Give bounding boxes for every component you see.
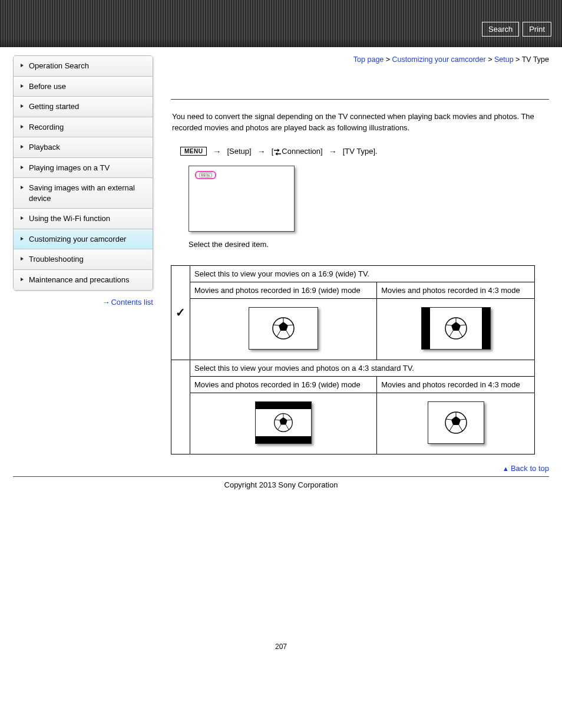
menu-tiny-label: MENU [199, 173, 212, 177]
print-button[interactable]: Print [523, 22, 551, 37]
breadcrumb-sep: > [386, 55, 390, 64]
sidebar-item-troubleshooting[interactable]: Troubleshooting [14, 249, 153, 270]
arrow-right-icon: → [329, 147, 337, 156]
breadcrumb-top[interactable]: Top page [353, 55, 384, 64]
path-setup: [Setup] [227, 147, 251, 156]
col-header-16-9: Movies and photos recorded in 16:9 (wide… [190, 282, 377, 298]
contents-list-link[interactable]: →Contents list [13, 298, 153, 307]
menu-path: MENU → [Setup] → [Connection] → [TV Type… [171, 147, 549, 156]
breadcrumb-sep: > [488, 55, 492, 64]
sidebar-item-operation-search[interactable]: Operation Search [14, 56, 153, 77]
sidebar: Operation Search Before use Getting star… [13, 55, 153, 454]
select-desired-text: Select the desired item. [171, 240, 549, 249]
sidebar-item-wifi[interactable]: Using the Wi-Fi function [14, 209, 153, 229]
divider [171, 99, 549, 100]
options-table: ✓ Select this to view your movies on a 1… [171, 265, 535, 454]
search-button[interactable]: Search [482, 22, 519, 37]
breadcrumb-setup[interactable]: Setup [494, 55, 514, 64]
arrow-right-icon: → [213, 147, 221, 156]
col-header-16-9: Movies and photos recorded in 16:9 (wide… [190, 376, 377, 393]
path-connection: [Connection] [272, 147, 323, 156]
sidebar-item-customizing[interactable]: Customizing your camcorder [14, 229, 153, 250]
page-number: 207 [0, 643, 562, 651]
breadcrumb-current: TV Type [522, 55, 549, 64]
copyright: Copyright 2013 Sony Corporation [0, 480, 562, 489]
soccer-ball-icon [444, 317, 468, 340]
breadcrumb-customizing[interactable]: Customizing your camcorder [392, 55, 486, 64]
path-tvtype: [TV Type]. [343, 147, 378, 156]
nav-list: Operation Search Before use Getting star… [13, 55, 153, 291]
col-header-4-3: Movies and photos recorded in 4:3 mode [377, 376, 535, 393]
sidebar-item-playing-on-tv[interactable]: Playing images on a TV [14, 158, 153, 179]
menu-highlight: MENU [195, 171, 216, 179]
arrow-right-icon: → [257, 147, 266, 156]
back-to-top-link[interactable]: Back to top [511, 464, 549, 473]
soccer-ball-icon [273, 413, 293, 433]
header-banner: Search Print [0, 0, 562, 47]
main-content: Top page > Customizing your camcorder > … [171, 55, 549, 454]
triangle-up-icon: ▲ [503, 465, 509, 472]
intro-text: You need to convert the signal depending… [171, 111, 549, 134]
arrow-right-icon: → [102, 298, 110, 307]
sidebar-item-recording[interactable]: Recording [14, 117, 153, 138]
lcd-illustration: MENU [189, 166, 295, 232]
thumb-16-9-on-std [190, 393, 377, 454]
menu-icon: MENU [180, 147, 207, 156]
thumb-4-3-on-std [377, 393, 535, 454]
option-4-3-desc: Select this to view your movies and phot… [190, 360, 535, 376]
option-4-3-blank [171, 360, 190, 454]
option-16-9-desc: Select this to view your movies on a 16:… [190, 265, 535, 282]
soccer-ball-icon [444, 411, 468, 434]
thumb-16-9-on-wide [190, 298, 377, 360]
footer-divider [13, 476, 549, 477]
breadcrumb-sep: > [515, 55, 520, 64]
contents-list-label: Contents list [111, 298, 153, 307]
soccer-ball-icon [272, 317, 295, 340]
col-header-4-3: Movies and photos recorded in 4:3 mode [377, 282, 535, 298]
sidebar-item-before-use[interactable]: Before use [14, 77, 153, 97]
option-default-check: ✓ [171, 265, 190, 360]
sidebar-item-saving-external[interactable]: Saving images with an external device [14, 178, 153, 209]
sidebar-item-maintenance[interactable]: Maintenance and precautions [14, 270, 153, 290]
sidebar-item-getting-started[interactable]: Getting started [14, 97, 153, 117]
connection-icon [273, 149, 282, 156]
sidebar-item-playback[interactable]: Playback [14, 137, 153, 158]
breadcrumb: Top page > Customizing your camcorder > … [171, 55, 549, 64]
thumb-4-3-on-wide [377, 298, 535, 360]
back-to-top[interactable]: ▲Back to top [0, 464, 549, 473]
